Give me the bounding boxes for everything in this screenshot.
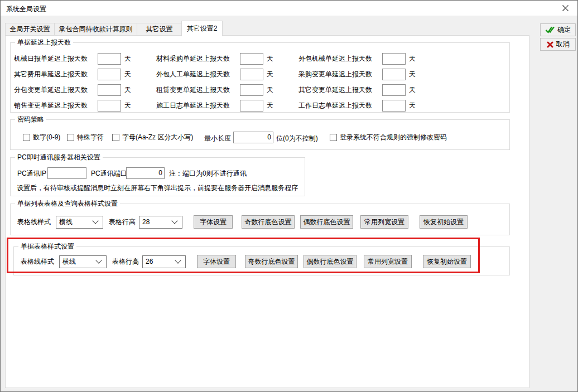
checkbox-special-chars[interactable]: 特殊字符 <box>67 133 104 142</box>
pc-port-label: PC通讯端口 <box>91 169 127 178</box>
delay-field-label: 其它费用单延迟上报天数 <box>14 70 98 79</box>
group-title: 单据延迟上报天数 <box>15 38 73 46</box>
unit-label: 天 <box>124 101 131 110</box>
tab-global-switch-settings[interactable]: 全局开关设置 <box>5 23 55 36</box>
group-list-table-style: 单据列表表格及查询表格样式设置 表格线样式 横线 表格行高 28 字体设置 奇数… <box>10 204 510 235</box>
min-length-label: 最小长度 <box>204 134 231 143</box>
chevron-down-icon <box>171 217 177 224</box>
ok-button[interactable]: 确定 <box>540 23 576 36</box>
close-icon <box>562 4 569 12</box>
restore-defaults-button[interactable]: 恢复初始设置 <box>423 255 471 268</box>
delay-days-input[interactable] <box>98 69 121 80</box>
line-style-label: 表格线样式 <box>17 217 52 227</box>
min-length-input[interactable]: 0 <box>233 132 273 143</box>
group-document-table-style: 单据表格样式设置 表格线样式 横线 表格行高 26 字体设置 奇数行底色设置 偶… <box>13 246 510 275</box>
list-style-row: 表格线样式 横线 表格行高 28 字体设置 奇数行底色设置 偶数行底色设置 常用… <box>17 215 468 229</box>
delay-field-label: 外包人工单延迟上报天数 <box>156 70 240 79</box>
checkbox-icon[interactable] <box>330 134 337 141</box>
ok-check-icon <box>545 26 555 33</box>
delay-days-input[interactable] <box>382 100 406 112</box>
delay-field-label: 销售变更单延迟上报天数 <box>14 101 98 110</box>
im-hint: 设置后，有待审核或提醒消息时立刻在屏幕右下角弹出提示，前提要在服务器开启消息服务… <box>17 183 298 193</box>
delay-days-input[interactable] <box>98 84 121 96</box>
row-height-select[interactable]: 28 <box>139 216 182 229</box>
delay-field-label: 工作日志单延迟上报天数 <box>298 101 382 110</box>
column-width-button[interactable]: 常用列宽设置 <box>364 255 412 268</box>
pc-port-input[interactable]: 0 <box>126 167 165 179</box>
pc-ip-label: PC通讯IP <box>17 169 46 178</box>
tab-page-other-settings-2: 单据延迟上报天数 机械日报单延迟上报天数 天 材料采购单延迟上报天数 天 外包机… <box>5 35 529 388</box>
dialog-system-global-settings: 系统全局设置 全局开关设置 承包合同待收款计算原则 其它设置 其它设置2 确定 … <box>0 0 578 392</box>
group-title: 密码策略 <box>15 115 46 123</box>
delay-field: 分包变更单延迟上报天数 天 <box>14 84 156 96</box>
delay-field: 材料采购单延迟上报天数 天 <box>156 53 298 65</box>
checkbox-label: 字母(Aa-Zz 区分大小写) <box>122 133 193 142</box>
odd-row-color-button[interactable]: 奇数行底色设置 <box>242 215 295 229</box>
checkbox-label: 特殊字符 <box>77 133 104 142</box>
row-height-select[interactable]: 26 <box>142 255 186 268</box>
delay-days-input[interactable] <box>382 84 406 96</box>
delay-days-input[interactable] <box>240 69 263 80</box>
delay-days-input[interactable] <box>240 100 263 112</box>
close-button[interactable] <box>556 2 574 14</box>
pc-ip-input[interactable] <box>47 167 86 179</box>
delay-field: 销售变更单延迟上报天数 天 <box>14 100 156 112</box>
checkbox-digits[interactable]: 数字(0-9) <box>23 133 60 142</box>
delay-days-input[interactable] <box>240 84 263 96</box>
delay-field: 工作日志单延迟上报天数 天 <box>298 100 438 112</box>
restore-defaults-button[interactable]: 恢复初始设置 <box>420 215 468 229</box>
port-note: 注：端口为0则不进行通讯 <box>169 169 247 178</box>
checkbox-force-password-change[interactable]: 登录系统不符合规则的强制修改密码 <box>330 133 447 142</box>
ok-button-label: 确定 <box>557 25 571 35</box>
checkbox-icon[interactable] <box>112 134 119 141</box>
title-bar: 系统全局设置 <box>1 1 577 16</box>
delay-field: 采购变更单延迟上报天数 天 <box>298 69 438 80</box>
tab-other-settings[interactable]: 其它设置 <box>137 23 182 36</box>
group-title: 单据表格样式设置 <box>18 243 76 250</box>
delay-field: 其它变更单延迟上报天数 天 <box>298 84 438 96</box>
line-style-select[interactable]: 横线 <box>59 255 107 268</box>
checkbox-icon[interactable] <box>67 134 74 141</box>
unit-label: 天 <box>124 85 131 95</box>
line-style-label: 表格线样式 <box>21 257 56 267</box>
cancel-button-label: 取消 <box>556 40 570 49</box>
delay-days-input[interactable] <box>98 100 121 112</box>
doc-style-row: 表格线样式 横线 表格行高 26 字体设置 奇数行底色设置 偶数行底色设置 常用… <box>21 255 471 268</box>
delay-field-label: 施工日志单延迟上报天数 <box>156 101 240 110</box>
delay-days-grid: 机械日报单延迟上报天数 天 材料采购单延迟上报天数 天 外包机械单延迟上报天数 … <box>14 51 438 113</box>
even-row-color-button[interactable]: 偶数行底色设置 <box>304 255 357 268</box>
column-width-button[interactable]: 常用列宽设置 <box>360 215 408 229</box>
line-style-select[interactable]: 横线 <box>56 216 103 229</box>
unit-label: 天 <box>124 70 131 79</box>
line-style-value: 横线 <box>59 217 73 227</box>
even-row-color-button[interactable]: 偶数行底色设置 <box>300 215 353 229</box>
odd-row-color-button[interactable]: 奇数行底色设置 <box>245 255 298 268</box>
delay-days-input[interactable] <box>240 53 263 65</box>
delay-field-label: 分包变更单延迟上报天数 <box>14 85 98 95</box>
group-title: 单据列表表格及查询表格样式设置 <box>15 200 120 207</box>
cancel-button[interactable]: 取消 <box>540 38 576 51</box>
delay-field-label: 材料采购单延迟上报天数 <box>156 54 240 64</box>
delay-days-input[interactable] <box>382 53 406 65</box>
group-pc-im-server: PC即时通讯服务器相关设置 PC通讯IP PC通讯端口 0 注：端口为0则不进行… <box>10 157 305 196</box>
delay-field: 其它费用单延迟上报天数 天 <box>14 69 156 80</box>
delay-field: 外包机械单延迟上报天数 天 <box>298 53 438 65</box>
line-style-value: 横线 <box>62 257 76 267</box>
window-title: 系统全局设置 <box>6 4 46 14</box>
delay-field-label: 机械日报单延迟上报天数 <box>14 54 98 64</box>
tab-contract-receivable-principle[interactable]: 承包合同待收款计算原则 <box>54 23 137 36</box>
chevron-down-icon <box>175 257 181 263</box>
delay-field-label: 租赁变更单延迟上报天数 <box>156 85 240 95</box>
checkbox-icon[interactable] <box>23 134 30 141</box>
delay-days-input[interactable] <box>98 53 121 65</box>
font-settings-button[interactable]: 字体设置 <box>194 215 233 229</box>
cancel-x-icon <box>547 41 553 48</box>
delay-field-label: 其它变更单延迟上报天数 <box>298 85 382 95</box>
row-height-value: 26 <box>146 258 153 265</box>
delay-days-input[interactable] <box>382 69 406 80</box>
delay-field: 租赁变更单延迟上报天数 天 <box>156 84 298 96</box>
font-settings-button[interactable]: 字体设置 <box>197 255 236 268</box>
tab-other-settings-2[interactable]: 其它设置2 <box>181 21 223 36</box>
checkbox-letters-case[interactable]: 字母(Aa-Zz 区分大小写) <box>112 133 193 142</box>
delay-field: 施工日志单延迟上报天数 天 <box>156 100 298 112</box>
